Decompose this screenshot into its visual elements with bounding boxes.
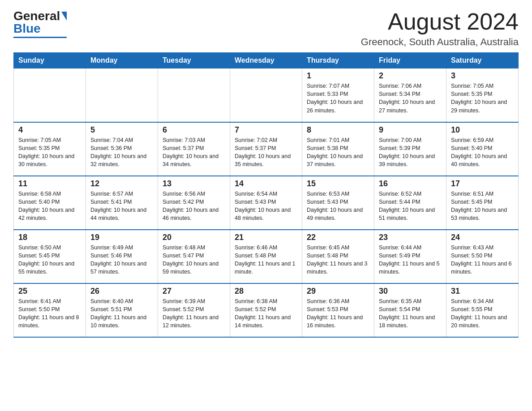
day-info: Sunrise: 6:54 AM Sunset: 5:43 PM Dayligh… <box>235 190 297 223</box>
day-info: Sunrise: 6:57 AM Sunset: 5:41 PM Dayligh… <box>90 190 153 223</box>
calendar-cell: 23Sunrise: 6:44 AM Sunset: 5:49 PM Dayli… <box>374 230 446 283</box>
calendar-cell: 10Sunrise: 6:59 AM Sunset: 5:40 PM Dayli… <box>446 122 519 176</box>
calendar-cell: 9Sunrise: 7:00 AM Sunset: 5:39 PM Daylig… <box>374 122 446 176</box>
day-info: Sunrise: 6:56 AM Sunset: 5:42 PM Dayligh… <box>163 190 225 223</box>
calendar-cell: 15Sunrise: 6:53 AM Sunset: 5:43 PM Dayli… <box>302 176 374 230</box>
day-number: 18 <box>18 233 81 242</box>
calendar-cell: 14Sunrise: 6:54 AM Sunset: 5:43 PM Dayli… <box>230 176 302 230</box>
calendar-cell <box>14 68 86 122</box>
day-number: 21 <box>235 233 297 242</box>
day-info: Sunrise: 6:51 AM Sunset: 5:45 PM Dayligh… <box>451 190 514 223</box>
day-info: Sunrise: 6:50 AM Sunset: 5:45 PM Dayligh… <box>18 244 81 276</box>
day-number: 15 <box>307 179 369 188</box>
column-header-sunday: Sunday <box>14 53 86 68</box>
day-number: 23 <box>379 233 442 242</box>
calendar-cell: 16Sunrise: 6:52 AM Sunset: 5:44 PM Dayli… <box>374 176 446 230</box>
day-info: Sunrise: 6:39 AM Sunset: 5:52 PM Dayligh… <box>163 297 225 330</box>
logo-underline <box>13 37 67 38</box>
day-number: 11 <box>18 179 81 188</box>
page-header: General Blue August 2024 Greenock, South… <box>13 9 519 48</box>
day-number: 20 <box>163 233 225 242</box>
day-number: 13 <box>163 179 225 188</box>
calendar-cell: 22Sunrise: 6:45 AM Sunset: 5:48 PM Dayli… <box>302 230 374 283</box>
calendar-cell: 13Sunrise: 6:56 AM Sunset: 5:42 PM Dayli… <box>158 176 230 230</box>
calendar-cell <box>158 68 230 122</box>
day-info: Sunrise: 6:53 AM Sunset: 5:43 PM Dayligh… <box>307 190 369 223</box>
day-info: Sunrise: 7:01 AM Sunset: 5:38 PM Dayligh… <box>307 136 369 169</box>
day-info: Sunrise: 7:07 AM Sunset: 5:33 PM Dayligh… <box>307 82 369 115</box>
day-info: Sunrise: 6:44 AM Sunset: 5:49 PM Dayligh… <box>379 244 442 276</box>
calendar-cell: 6Sunrise: 7:03 AM Sunset: 5:37 PM Daylig… <box>158 122 230 176</box>
day-number: 25 <box>18 287 81 296</box>
day-info: Sunrise: 7:02 AM Sunset: 5:37 PM Dayligh… <box>235 136 297 169</box>
column-header-tuesday: Tuesday <box>158 53 230 68</box>
calendar-week-row: 11Sunrise: 6:58 AM Sunset: 5:40 PM Dayli… <box>14 176 519 230</box>
calendar-week-row: 25Sunrise: 6:41 AM Sunset: 5:50 PM Dayli… <box>14 283 519 337</box>
column-header-monday: Monday <box>86 53 158 68</box>
calendar-cell: 5Sunrise: 7:04 AM Sunset: 5:36 PM Daylig… <box>86 122 158 176</box>
day-number: 10 <box>451 125 514 135</box>
day-number: 16 <box>379 179 442 188</box>
column-header-friday: Friday <box>374 53 446 68</box>
calendar-table: SundayMondayTuesdayWednesdayThursdayFrid… <box>13 52 519 338</box>
calendar-week-row: 1Sunrise: 7:07 AM Sunset: 5:33 PM Daylig… <box>14 68 519 122</box>
day-number: 1 <box>307 71 369 81</box>
calendar-cell: 1Sunrise: 7:07 AM Sunset: 5:33 PM Daylig… <box>302 68 374 122</box>
calendar-cell: 4Sunrise: 7:05 AM Sunset: 5:35 PM Daylig… <box>14 122 86 176</box>
day-info: Sunrise: 6:35 AM Sunset: 5:54 PM Dayligh… <box>379 297 442 330</box>
day-info: Sunrise: 6:40 AM Sunset: 5:51 PM Dayligh… <box>90 297 153 330</box>
calendar-cell: 31Sunrise: 6:34 AM Sunset: 5:55 PM Dayli… <box>446 283 519 337</box>
calendar-cell: 28Sunrise: 6:38 AM Sunset: 5:52 PM Dayli… <box>230 283 302 337</box>
calendar-cell <box>86 68 158 122</box>
title-section: August 2024 Greenock, South Australia, A… <box>361 9 519 48</box>
calendar-cell: 19Sunrise: 6:49 AM Sunset: 5:46 PM Dayli… <box>86 230 158 283</box>
calendar-cell: 8Sunrise: 7:01 AM Sunset: 5:38 PM Daylig… <box>302 122 374 176</box>
day-info: Sunrise: 7:03 AM Sunset: 5:37 PM Dayligh… <box>163 136 225 169</box>
column-header-saturday: Saturday <box>446 53 519 68</box>
day-info: Sunrise: 6:49 AM Sunset: 5:46 PM Dayligh… <box>90 244 153 276</box>
calendar-cell: 21Sunrise: 6:46 AM Sunset: 5:48 PM Dayli… <box>230 230 302 283</box>
day-info: Sunrise: 7:06 AM Sunset: 5:34 PM Dayligh… <box>379 82 442 115</box>
logo-triangle-icon <box>61 12 67 21</box>
calendar-cell: 2Sunrise: 7:06 AM Sunset: 5:34 PM Daylig… <box>374 68 446 122</box>
calendar-cell: 20Sunrise: 6:48 AM Sunset: 5:47 PM Dayli… <box>158 230 230 283</box>
calendar-cell: 29Sunrise: 6:36 AM Sunset: 5:53 PM Dayli… <box>302 283 374 337</box>
day-number: 27 <box>163 287 225 296</box>
day-number: 4 <box>18 125 81 135</box>
day-info: Sunrise: 6:52 AM Sunset: 5:44 PM Dayligh… <box>379 190 442 223</box>
calendar-cell: 26Sunrise: 6:40 AM Sunset: 5:51 PM Dayli… <box>86 283 158 337</box>
calendar-cell: 27Sunrise: 6:39 AM Sunset: 5:52 PM Dayli… <box>158 283 230 337</box>
day-number: 30 <box>379 287 442 296</box>
day-number: 6 <box>163 125 225 135</box>
calendar-cell: 7Sunrise: 7:02 AM Sunset: 5:37 PM Daylig… <box>230 122 302 176</box>
day-number: 17 <box>451 179 514 188</box>
day-info: Sunrise: 7:05 AM Sunset: 5:35 PM Dayligh… <box>451 82 514 115</box>
day-number: 26 <box>90 287 153 296</box>
day-info: Sunrise: 6:36 AM Sunset: 5:53 PM Dayligh… <box>307 297 369 330</box>
day-number: 3 <box>451 71 514 81</box>
calendar-cell: 18Sunrise: 6:50 AM Sunset: 5:45 PM Dayli… <box>14 230 86 283</box>
day-info: Sunrise: 6:34 AM Sunset: 5:55 PM Dayligh… <box>451 297 514 330</box>
calendar-cell: 17Sunrise: 6:51 AM Sunset: 5:45 PM Dayli… <box>446 176 519 230</box>
day-number: 24 <box>451 233 514 242</box>
day-info: Sunrise: 6:38 AM Sunset: 5:52 PM Dayligh… <box>235 297 297 330</box>
calendar-cell: 11Sunrise: 6:58 AM Sunset: 5:40 PM Dayli… <box>14 176 86 230</box>
day-number: 14 <box>235 179 297 188</box>
day-info: Sunrise: 6:45 AM Sunset: 5:48 PM Dayligh… <box>307 244 369 276</box>
day-info: Sunrise: 7:05 AM Sunset: 5:35 PM Dayligh… <box>18 136 81 169</box>
day-info: Sunrise: 7:00 AM Sunset: 5:39 PM Dayligh… <box>379 136 442 169</box>
day-number: 28 <box>235 287 297 296</box>
day-number: 9 <box>379 125 442 135</box>
calendar-week-row: 18Sunrise: 6:50 AM Sunset: 5:45 PM Dayli… <box>14 230 519 283</box>
calendar-cell: 24Sunrise: 6:43 AM Sunset: 5:50 PM Dayli… <box>446 230 519 283</box>
day-info: Sunrise: 6:41 AM Sunset: 5:50 PM Dayligh… <box>18 297 81 330</box>
day-number: 2 <box>379 71 442 81</box>
logo: General Blue <box>13 9 67 38</box>
day-info: Sunrise: 6:43 AM Sunset: 5:50 PM Dayligh… <box>451 244 514 276</box>
day-number: 5 <box>90 125 153 135</box>
month-title: August 2024 <box>361 9 519 34</box>
day-info: Sunrise: 7:04 AM Sunset: 5:36 PM Dayligh… <box>90 136 153 169</box>
calendar-cell <box>230 68 302 122</box>
day-number: 7 <box>235 125 297 135</box>
day-info: Sunrise: 6:59 AM Sunset: 5:40 PM Dayligh… <box>451 136 514 169</box>
